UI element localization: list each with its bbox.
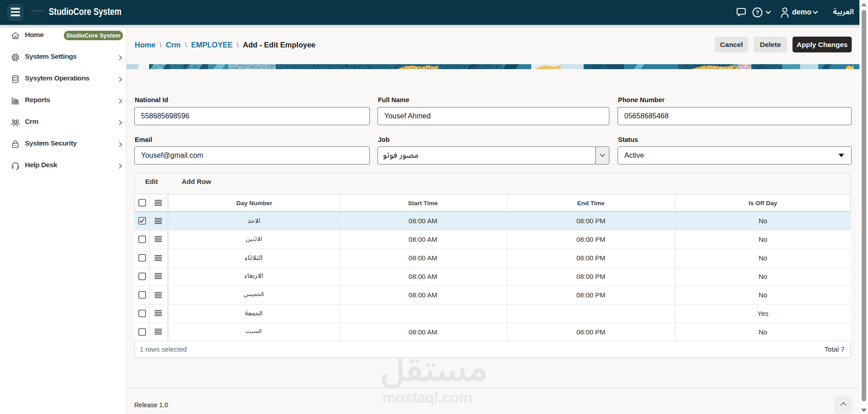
svg-text:?: ? (756, 9, 760, 16)
